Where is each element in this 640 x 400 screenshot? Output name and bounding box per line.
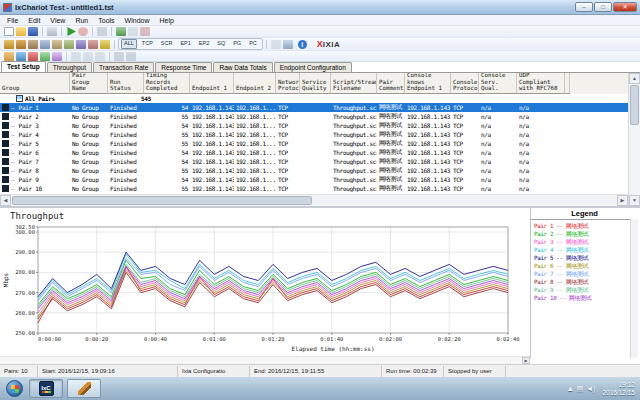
column-header-11[interactable]: Console Protocol — [451, 73, 479, 94]
table-row-pair-6[interactable]: — Pair 6No GroupFinished54192.168.1.1431… — [0, 148, 628, 157]
filter-button-ep1[interactable]: EP1 — [177, 39, 193, 49]
column-header-4[interactable]: Endpoint 1 — [190, 73, 234, 94]
pause-test-icon[interactable] — [97, 27, 107, 36]
menu-item-view[interactable]: View — [45, 17, 70, 24]
show-hidden-icons-icon[interactable]: ▲ — [567, 385, 574, 392]
camera-icon[interactable] — [88, 40, 98, 49]
column-header-8[interactable]: Script/Stream Filename — [331, 73, 377, 94]
column-header-7[interactable]: Service Quality — [300, 73, 331, 94]
table-row-pair-3[interactable]: — Pair 3No GroupFinished54192.168.1.1431… — [0, 121, 628, 130]
group-tree-icon[interactable] — [40, 52, 50, 61]
scrollbar-thumb[interactable] — [630, 85, 639, 125]
table-vertical-scrollbar[interactable]: ▲ ▼ — [628, 73, 640, 206]
menu-item-window[interactable]: Window — [120, 17, 155, 24]
filter-button-ep2[interactable]: EP2 — [196, 39, 212, 49]
connect-endpoints-icon[interactable] — [4, 40, 14, 49]
script-editor-icon[interactable] — [64, 40, 74, 49]
column-header-5[interactable]: Endpoint 2 — [234, 73, 276, 94]
menu-item-edit[interactable]: Edit — [23, 17, 45, 24]
column-header-2[interactable]: Run Status — [108, 73, 144, 94]
scroll-left-icon[interactable]: ◀ — [0, 195, 11, 206]
legend-scrollbar[interactable] — [630, 219, 638, 358]
menu-item-run[interactable]: Run — [70, 17, 93, 24]
key-icon[interactable] — [100, 40, 110, 49]
column-header-6[interactable]: Network Protocol — [276, 73, 300, 94]
filter-button-pc[interactable]: PC — [246, 39, 260, 49]
tab-raw-data-totals[interactable]: Raw Data Totals — [213, 62, 272, 72]
taskbar-clock[interactable]: 19:12 2016/12/15 — [598, 381, 635, 397]
copy-pair-icon[interactable] — [128, 27, 138, 36]
column-header-1[interactable]: Pair Group Name — [70, 73, 108, 94]
open-folder-icon[interactable] — [16, 27, 26, 36]
menu-item-tools[interactable]: Tools — [93, 17, 119, 24]
save-icon[interactable] — [28, 27, 38, 36]
tab-transaction-rate[interactable]: Transaction Rate — [93, 62, 154, 72]
filter-button-sq[interactable]: SQ — [214, 39, 228, 49]
options-icon[interactable] — [16, 52, 26, 61]
table-horizontal-scrollbar[interactable]: ◀ ▶ — [0, 194, 628, 206]
table-row-pair-8[interactable]: — Pair 8No GroupFinished55192.168.1.1431… — [0, 166, 628, 175]
console-icon[interactable] — [52, 40, 62, 49]
add-pair-icon[interactable] — [116, 27, 126, 36]
report-icon[interactable] — [4, 52, 14, 61]
info-icon[interactable]: i — [298, 40, 307, 49]
table-row-pair-7[interactable]: — Pair 7No GroupFinished54192.168.1.1431… — [0, 157, 628, 166]
zoom-in-icon[interactable] — [71, 52, 81, 61]
new-test-icon[interactable] — [4, 27, 14, 36]
percentile-icon[interactable] — [28, 52, 38, 61]
refresh-icon[interactable] — [283, 40, 293, 49]
swap-endpoints-icon[interactable] — [16, 40, 26, 49]
edit-pair-icon[interactable] — [28, 40, 38, 49]
table-row-pair-4[interactable]: — Pair 4No GroupFinished55192.168.1.1431… — [0, 130, 628, 139]
menu-item-file[interactable]: File — [2, 17, 23, 24]
clear-results-icon[interactable] — [271, 40, 281, 49]
chart-horizontal-scrollbar[interactable]: ▶ — [0, 356, 530, 364]
filter-button-scr[interactable]: SCR — [158, 39, 176, 49]
start-button[interactable] — [6, 380, 23, 397]
column-header-9[interactable]: Pair Comment — [377, 73, 405, 94]
print-icon[interactable] — [47, 27, 57, 36]
scroll-right-icon[interactable]: ▶ — [522, 357, 530, 364]
tab-test-setup[interactable]: Test Setup — [1, 61, 46, 72]
taskbar-ixchariot-button[interactable]: IxC — [29, 379, 63, 398]
menu-item-help[interactable]: Help — [154, 17, 178, 24]
column-header-12[interactable]: Console Serv. Qual. — [479, 73, 517, 94]
table-row-pair-9[interactable]: — Pair 9No GroupFinished54192.168.1.1431… — [0, 175, 628, 184]
close-button[interactable]: ✕ — [613, 2, 637, 12]
table-row-all-pairs[interactable]: All Pairs545 — [0, 94, 628, 103]
run-test-icon[interactable] — [66, 27, 76, 36]
column-header-13[interactable]: UDP Compliant with RFC768 — [517, 73, 565, 94]
column-header-0[interactable]: Group — [0, 73, 70, 94]
maximize-button[interactable]: □ — [594, 2, 612, 12]
table-row-pair-2[interactable]: — Pair 2No GroupFinished55192.168.1.1431… — [0, 112, 628, 121]
filter-button-pg[interactable]: PG — [230, 39, 244, 49]
scroll-right-icon[interactable]: ▶ — [617, 195, 628, 206]
filter-button-tcp[interactable]: TCP — [139, 39, 156, 49]
layout-icon[interactable] — [114, 52, 124, 61]
filter-button-all[interactable]: ALL — [121, 39, 137, 49]
stop-test-icon[interactable] — [78, 27, 88, 36]
tab-throughput[interactable]: Throughput — [47, 62, 92, 72]
fit-view-icon[interactable] — [95, 52, 105, 61]
split-view-icon[interactable] — [126, 52, 136, 61]
minimize-button[interactable]: – — [575, 2, 593, 12]
network-status-icon[interactable]: ▤ — [577, 385, 584, 393]
volume-icon[interactable]: ◄) — [586, 385, 595, 392]
tab-response-time[interactable]: Response Time — [155, 62, 212, 72]
delete-pair-icon[interactable] — [140, 27, 150, 36]
tab-endpoint-configuration[interactable]: Endpoint Configuration — [274, 62, 352, 72]
table-row-pair-10[interactable]: — Pair 10No GroupFinished55192.168.1.143… — [0, 184, 628, 193]
schedule-icon[interactable] — [52, 52, 62, 61]
column-header-3[interactable]: Timing Records Completed — [144, 73, 190, 94]
column-header-10[interactable]: Console knows Endpoint 1 — [405, 73, 451, 94]
scroll-down-icon[interactable]: ▼ — [629, 195, 640, 206]
zoom-out-icon[interactable] — [83, 52, 93, 61]
table-row-pair-5[interactable]: — Pair 5No GroupFinished55192.168.1.1431… — [0, 139, 628, 148]
scroll-up-icon[interactable]: ▲ — [629, 73, 640, 84]
taskbar-paint-button[interactable] — [67, 379, 101, 398]
replicate-pair-icon[interactable] — [40, 40, 50, 49]
table-row-pair-1[interactable]: — Pair 1No GroupFinished54192.168.1.1431… — [0, 103, 628, 112]
chart-options-icon[interactable] — [76, 40, 86, 49]
scrollbar-thumb[interactable] — [12, 196, 312, 205]
legend-item-pair-3: Pair 3 -- 网络测试 — [534, 238, 638, 246]
